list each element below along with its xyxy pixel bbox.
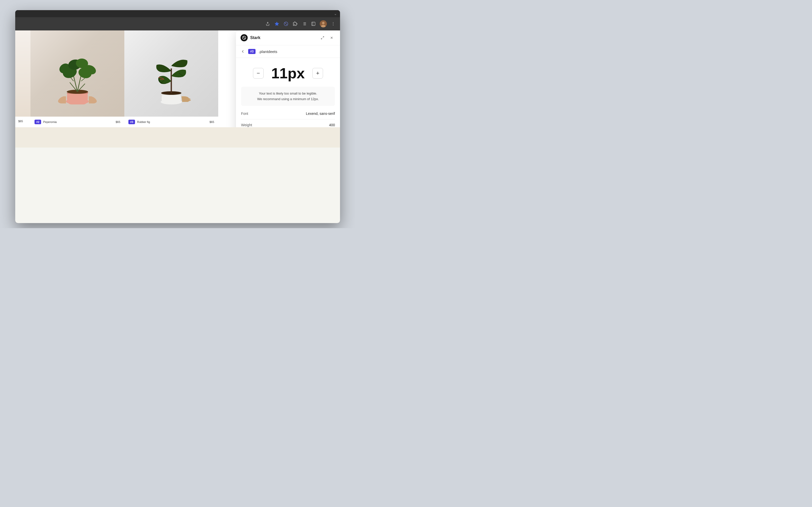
- product-2-name: Rubber fig: [137, 120, 150, 123]
- bottom-section: [15, 127, 340, 148]
- svg-line-42: [323, 37, 324, 38]
- product-2-info: #3 Rubber fig $65: [124, 117, 218, 127]
- svg-point-15: [333, 23, 334, 24]
- product-1-price: $65: [116, 120, 120, 123]
- decrease-font-size-button[interactable]: −: [253, 68, 264, 78]
- no-entry-icon[interactable]: [283, 21, 289, 26]
- close-button[interactable]: [328, 34, 336, 42]
- increase-font-size-button[interactable]: +: [312, 68, 323, 78]
- weight-value: 400: [329, 123, 335, 127]
- weight-label: Weight: [241, 123, 252, 127]
- panel-header: Stark: [236, 31, 340, 45]
- sidebar-toggle-icon[interactable]: [311, 21, 316, 26]
- page-content: $65: [15, 31, 340, 223]
- svg-rect-9: [312, 22, 315, 25]
- stark-logo: [241, 34, 248, 41]
- product-card-2: #3 Rubber fig $65: [124, 31, 218, 127]
- svg-point-12: [322, 22, 324, 24]
- stark-panel: Stark: [236, 31, 340, 127]
- minimize-button[interactable]: [319, 34, 326, 42]
- prop-row-font: Font Lexend, sans-serif: [241, 108, 335, 119]
- product-2-badge: #3: [129, 120, 135, 124]
- svg-line-20: [78, 75, 81, 92]
- extensions-icon[interactable]: [292, 21, 298, 26]
- product-2-price: $65: [210, 120, 214, 123]
- nav-selector: .plantdeets: [259, 49, 277, 54]
- product-card-partial: $65: [15, 31, 31, 127]
- browser-toolbar: [15, 17, 340, 31]
- browser-top-bar: ⌄: [15, 10, 340, 17]
- more-options-icon[interactable]: [331, 21, 336, 26]
- svg-line-2: [285, 22, 288, 25]
- product-1-badge: #2: [35, 120, 41, 124]
- font-value: Lexend, sans-serif: [306, 112, 335, 116]
- svg-point-14: [333, 22, 334, 22]
- product-card-1: #2 Peperomia $65: [31, 31, 124, 127]
- rubber-fig-plant-image: [145, 36, 198, 112]
- panel-title-area: Stark: [241, 34, 260, 41]
- bookmark-star-icon[interactable]: [274, 21, 280, 26]
- product-1-name: Peperomia: [43, 120, 57, 123]
- chevron-down-icon[interactable]: ⌄: [334, 12, 337, 16]
- svg-line-43: [321, 38, 322, 39]
- svg-line-41: [243, 37, 245, 39]
- peperomia-plant-image: [52, 36, 103, 112]
- share-icon[interactable]: [265, 21, 270, 26]
- warning-text-2: We recommand using a minimum of 12px.: [246, 96, 330, 102]
- panel-title: Stark: [250, 36, 260, 40]
- svg-line-39: [188, 100, 190, 101]
- font-size-display: 11px: [271, 66, 305, 80]
- panel-action-buttons: [319, 34, 336, 42]
- back-button[interactable]: [241, 49, 245, 54]
- font-label: Font: [241, 112, 248, 116]
- partial-price: $65: [18, 120, 23, 123]
- panel-nav: #3 .plantdeets: [236, 45, 340, 58]
- nav-badge: #3: [248, 49, 256, 54]
- properties-table: Font Lexend, sans-serif Weight 400 Curre…: [241, 108, 335, 127]
- reading-list-icon[interactable]: [301, 21, 307, 26]
- product-1-info: #2 Peperomia $65: [31, 117, 124, 127]
- svg-point-16: [333, 25, 334, 25]
- warning-text-1: Your text is likely too small to be legi…: [246, 91, 330, 96]
- font-size-control: − 11px +: [236, 58, 340, 87]
- user-avatar[interactable]: [320, 20, 327, 27]
- prop-row-weight: Weight 400: [241, 119, 335, 127]
- svg-marker-0: [275, 22, 279, 25]
- warning-box: Your text is likely too small to be legi…: [241, 87, 335, 106]
